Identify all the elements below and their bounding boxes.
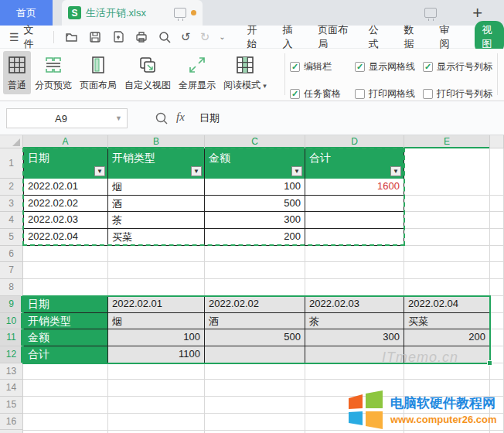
cell-c3[interactable]: 500: [205, 196, 305, 213]
tab-formulas[interactable]: 公式: [369, 23, 384, 51]
zoom-icon[interactable]: [155, 111, 169, 125]
cell-d10[interactable]: 茶: [305, 313, 404, 330]
row-header[interactable]: 15: [0, 397, 23, 414]
header-cell-amount[interactable]: 金额▼: [205, 148, 305, 179]
formula-content[interactable]: 日期: [199, 111, 220, 125]
cell-a5[interactable]: 2022.02.04: [23, 229, 108, 246]
cell-e10[interactable]: 买菜: [404, 313, 490, 330]
hamburger-icon[interactable]: ☰: [9, 31, 19, 43]
header-cell-total[interactable]: 合计▼: [305, 148, 404, 179]
row-header[interactable]: 6: [0, 246, 23, 263]
row-header[interactable]: 11: [0, 329, 23, 346]
fx-icon[interactable]: fx: [176, 111, 185, 124]
undo-icon[interactable]: ↺: [181, 31, 191, 43]
cell-a2[interactable]: 2022.02.01: [23, 179, 108, 196]
column-header-c[interactable]: C: [205, 135, 305, 148]
cell-b12[interactable]: 1100: [108, 346, 205, 363]
header-cell-date[interactable]: 日期▼: [23, 148, 108, 179]
cell-c9[interactable]: 2022.02.02: [205, 296, 305, 313]
cell-b4[interactable]: 茶: [108, 212, 205, 229]
row-header[interactable]: 9: [0, 296, 23, 313]
export-pdf-icon[interactable]: [111, 30, 125, 44]
row-header[interactable]: 14: [0, 380, 23, 397]
filter-button[interactable]: ▼: [390, 166, 401, 176]
share-screen-icon[interactable]: [424, 8, 437, 18]
row-header[interactable]: 2: [0, 179, 23, 196]
row-header[interactable]: 1: [0, 148, 23, 179]
cell-c4[interactable]: 300: [205, 212, 305, 229]
cell-e11[interactable]: 200: [404, 329, 490, 346]
new-tab-button[interactable]: +: [472, 5, 482, 22]
print-preview-icon[interactable]: [158, 30, 172, 44]
column-header-f[interactable]: [490, 135, 504, 148]
cell-b5[interactable]: 买菜: [108, 229, 205, 246]
column-header-a[interactable]: A: [23, 135, 108, 148]
share-screen-icon[interactable]: [174, 8, 186, 18]
tab-insert[interactable]: 插入: [282, 23, 298, 51]
tab-start[interactable]: 开始: [247, 23, 263, 51]
row-header[interactable]: 8: [0, 279, 23, 296]
cell-c5[interactable]: 200: [205, 229, 305, 246]
cell-a3[interactable]: 2022.02.02: [23, 196, 108, 213]
show-gridlines-checkbox[interactable]: ✓ 显示网格线: [355, 55, 415, 78]
row-header[interactable]: 17: [0, 430, 23, 433]
row-header[interactable]: 3: [0, 196, 23, 213]
cell-b10[interactable]: 烟: [108, 313, 205, 330]
cell-c11[interactable]: 500: [205, 329, 305, 346]
cell-a4[interactable]: 2022.02.03: [23, 212, 108, 229]
tab-data[interactable]: 数据: [404, 23, 420, 51]
full-screen-button[interactable]: 全屏显示: [175, 51, 220, 94]
custom-view-button[interactable]: 自定义视图: [121, 51, 175, 94]
row-header[interactable]: 10: [0, 313, 23, 330]
cell-b9[interactable]: 2022.02.01: [108, 296, 205, 313]
column-header-d[interactable]: D: [305, 135, 404, 148]
name-box[interactable]: A9 ▼: [6, 108, 128, 128]
tab-review[interactable]: 审阅: [439, 23, 455, 51]
document-tab[interactable]: S 生活开销.xlsx: [62, 0, 203, 26]
label-cell-date[interactable]: 日期: [23, 296, 108, 313]
cell-c2[interactable]: 100: [205, 179, 305, 196]
row-header[interactable]: 4: [0, 212, 23, 229]
filter-button[interactable]: ▼: [291, 166, 302, 176]
file-menu[interactable]: 文件: [24, 23, 42, 51]
row-header[interactable]: 7: [0, 262, 23, 279]
row-header[interactable]: 12: [0, 346, 23, 363]
label-cell-total[interactable]: 合计: [23, 346, 108, 363]
home-tab[interactable]: 首页: [0, 0, 53, 26]
cell-c10[interactable]: 酒: [205, 313, 305, 330]
cell-b2[interactable]: 烟: [108, 179, 205, 196]
cell-b3[interactable]: 酒: [108, 196, 205, 213]
customize-toolbar-caret-icon[interactable]: ⌄: [219, 32, 225, 41]
label-cell-amount[interactable]: 金额: [23, 329, 108, 346]
cell-d4[interactable]: [305, 212, 404, 229]
select-all-corner[interactable]: [0, 135, 23, 148]
cell-d2[interactable]: 1600: [305, 179, 404, 196]
filter-button[interactable]: ▼: [94, 166, 105, 176]
cell-d11[interactable]: 300: [305, 329, 404, 346]
column-header-b[interactable]: B: [108, 135, 205, 148]
column-header-e[interactable]: E: [404, 135, 490, 148]
header-cell-type[interactable]: 开销类型▼: [108, 148, 205, 179]
save-icon[interactable]: [88, 30, 102, 44]
row-header[interactable]: 5: [0, 229, 23, 246]
filter-button[interactable]: ▼: [191, 166, 202, 176]
cell-d9[interactable]: 2022.02.03: [305, 296, 404, 313]
reading-mode-button[interactable]: 阅读模式 ▾: [220, 51, 271, 94]
row-header[interactable]: 16: [0, 414, 23, 431]
open-icon[interactable]: [65, 30, 79, 44]
redo-icon[interactable]: ↻: [200, 31, 210, 43]
print-icon[interactable]: [135, 30, 148, 44]
cell-e9[interactable]: 2022.02.04: [404, 296, 490, 313]
label-cell-type[interactable]: 开销类型: [23, 313, 108, 330]
cell-c12[interactable]: [205, 346, 305, 363]
cell-d3[interactable]: [305, 196, 404, 213]
chevron-down-icon[interactable]: ▼: [115, 114, 127, 122]
normal-view-button[interactable]: 普通: [3, 51, 31, 94]
formula-bar-checkbox[interactable]: ✓ 编辑栏: [290, 55, 341, 78]
cell-d5[interactable]: [305, 229, 404, 246]
cell-b11[interactable]: 100: [108, 329, 205, 346]
page-break-preview-button[interactable]: 分页预览: [31, 51, 76, 94]
row-header[interactable]: 13: [0, 363, 23, 380]
page-layout-button[interactable]: 页面布局: [76, 51, 121, 94]
show-headings-checkbox[interactable]: ✓ 显示行号列标: [423, 55, 492, 78]
